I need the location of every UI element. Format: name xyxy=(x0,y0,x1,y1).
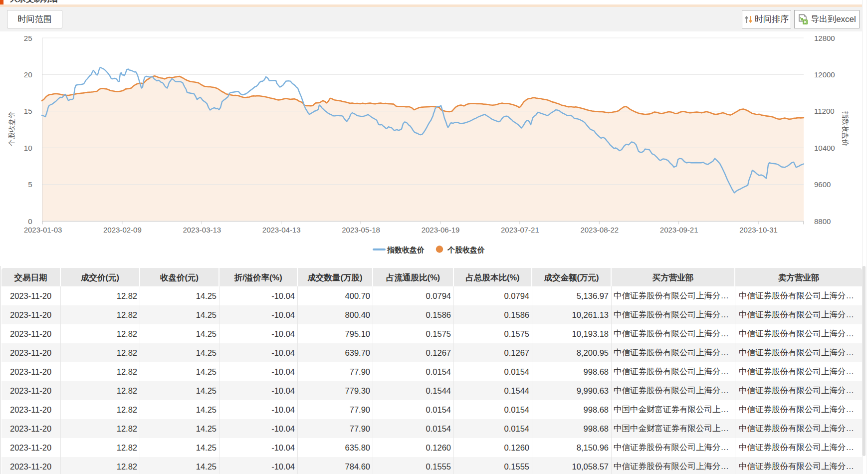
svg-text:10400: 10400 xyxy=(814,144,835,152)
svg-text:2023-01-03: 2023-01-03 xyxy=(24,226,62,234)
svg-text:0: 0 xyxy=(28,217,32,226)
svg-text:2023-05-18: 2023-05-18 xyxy=(342,226,380,234)
svg-text:2023-10-31: 2023-10-31 xyxy=(739,226,778,234)
svg-text:2023-07-21: 2023-07-21 xyxy=(501,226,539,234)
svg-text:12800: 12800 xyxy=(814,34,835,42)
svg-text:15: 15 xyxy=(24,107,32,115)
svg-text:个股收盘价: 个股收盘价 xyxy=(447,245,485,254)
svg-text:指数收盘价: 指数收盘价 xyxy=(387,245,425,254)
svg-text:9600: 9600 xyxy=(814,180,831,189)
svg-text:2023-03-13: 2023-03-13 xyxy=(183,226,221,234)
svg-text:12000: 12000 xyxy=(814,70,835,79)
svg-text:2023-04-13: 2023-04-13 xyxy=(262,226,301,234)
svg-text:指数收盘价: 指数收盘价 xyxy=(842,111,850,146)
svg-text:10: 10 xyxy=(24,144,32,152)
svg-text:25: 25 xyxy=(24,34,32,42)
svg-text:个股收盘价: 个股收盘价 xyxy=(7,111,15,147)
svg-text:11200: 11200 xyxy=(814,107,835,115)
svg-text:20: 20 xyxy=(24,70,32,79)
svg-text:2023-09-21: 2023-09-21 xyxy=(660,226,698,234)
svg-text:2023-08-22: 2023-08-22 xyxy=(580,226,619,234)
svg-text:2023-02-09: 2023-02-09 xyxy=(103,226,142,234)
svg-text:8800: 8800 xyxy=(814,217,831,226)
svg-text:5: 5 xyxy=(28,180,32,189)
svg-text:2023-06-19: 2023-06-19 xyxy=(422,226,460,234)
